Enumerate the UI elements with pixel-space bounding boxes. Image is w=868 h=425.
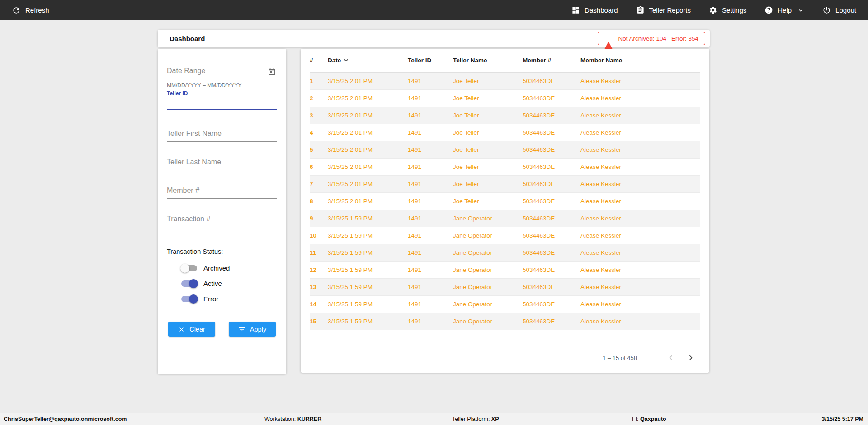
cell-teller-id: 1491 [408,313,453,330]
cell-note [673,141,700,158]
table-row[interactable]: 153/15/25 1:59 PM1491Jane Operator503446… [310,313,700,330]
transaction-number-field[interactable]: Transaction # [167,215,277,227]
calendar-icon[interactable] [268,67,276,76]
column-header-member-name[interactable]: Member Name [580,49,673,72]
cell-member-name: Alease Kessler [580,313,673,330]
not-archived-count: Not Archived: 104 [618,35,666,42]
cell-member-name: Alease Kessler [580,261,673,278]
table-row[interactable]: 63/15/25 2:01 PM1491Joe Teller5034463DEA… [310,158,700,175]
cell-member-number: 5034463DE [523,72,580,89]
clear-button[interactable]: Clear [168,322,215,337]
nav-teller-reports[interactable]: Teller Reports [636,6,691,14]
filter-panel: Date Range MM/DD/YYYY – MM/DD/YYYY Telle… [158,49,286,374]
table-row[interactable]: 33/15/25 2:01 PM1491Joe Teller5034463DEA… [310,107,700,124]
cell-member-number: 5034463DE [523,89,580,107]
nav-help-label: Help [778,6,792,14]
archived-toggle[interactable] [181,265,197,271]
table-row[interactable]: 143/15/25 1:59 PM1491Jane Operator503446… [310,295,700,313]
cell-teller-name: Joe Teller [453,175,523,192]
cell-note [673,124,700,141]
cell-date: 3/15/25 2:01 PM [328,175,408,192]
cell-date: 3/15/25 2:01 PM [328,72,408,89]
cell-member-number: 5034463DE [523,210,580,227]
cell-row-number: 11 [310,244,328,261]
cell-teller-name: Joe Teller [453,141,523,158]
error-toggle[interactable] [181,296,197,302]
error-count: Error: 354 [671,35,698,42]
nav-logout[interactable]: Logout [822,6,856,14]
table-row[interactable]: 103/15/25 1:59 PM1491Jane Operator503446… [310,227,700,244]
warning-icon [604,35,613,42]
cell-note [673,210,700,227]
cell-member-number: 5034463DE [523,313,580,330]
table-row[interactable]: 83/15/25 2:01 PM1491Joe Teller5034463DEA… [310,192,700,210]
cell-member-name: Alease Kessler [580,141,673,158]
apply-button[interactable]: Apply [229,322,276,337]
cell-member-name: Alease Kessler [580,210,673,227]
cell-note [673,192,700,210]
nav-help[interactable]: Help [764,6,804,14]
cell-row-number: 1 [310,72,328,89]
column-header-member-number[interactable]: Member # [523,49,580,72]
member-number-field[interactable]: Member # [167,187,277,199]
table-row[interactable]: 13/15/25 2:01 PM1491Joe Teller5034463DEA… [310,72,700,89]
teller-last-name-field[interactable]: Teller Last Name [167,158,277,170]
teller-first-name-field[interactable]: Teller First Name [167,130,277,142]
cell-row-number: 15 [310,313,328,330]
table-row[interactable]: 113/15/25 1:59 PM1491Jane Operator503446… [310,244,700,261]
cell-member-name: Alease Kessler [580,278,673,295]
cell-member-number: 5034463DE [523,175,580,192]
table-row[interactable]: 133/15/25 1:59 PM1491Jane Operator503446… [310,278,700,295]
cell-teller-id: 1491 [408,295,453,313]
table-row[interactable]: 123/15/25 1:59 PM1491Jane Operator503446… [310,261,700,278]
table-row[interactable]: 43/15/25 2:01 PM1491Joe Teller5034463DEA… [310,124,700,141]
refresh-button[interactable]: Refresh [12,6,49,15]
next-page-button[interactable] [686,353,696,363]
help-icon [764,6,773,14]
column-header-notes [673,49,700,72]
cell-teller-name: Jane Operator [453,278,523,295]
teller-id-label: Teller ID [167,90,277,97]
column-header-date[interactable]: Date [328,49,408,72]
apply-button-label: Apply [250,326,266,333]
table-row[interactable]: 53/15/25 2:01 PM1491Joe Teller5034463DEA… [310,141,700,158]
cell-teller-id: 1491 [408,278,453,295]
close-icon [178,326,185,333]
cell-teller-name: Jane Operator [453,244,523,261]
table-row[interactable]: 73/15/25 2:01 PM1491Joe Teller5034463DEA… [310,175,700,192]
cell-teller-id: 1491 [408,210,453,227]
cell-teller-name: Jane Operator [453,313,523,330]
active-toggle[interactable] [181,280,197,287]
teller-id-focus-underline [167,109,277,110]
teller-id-input[interactable] [167,109,277,110]
cell-teller-id: 1491 [408,72,453,89]
cell-row-number: 6 [310,158,328,175]
table-header-row: # Date Teller ID Teller Name Member # Me… [310,49,700,72]
cell-date: 3/15/25 1:59 PM [328,244,408,261]
column-header-teller-name[interactable]: Teller Name [453,49,523,72]
previous-page-button[interactable] [666,353,676,363]
cell-member-name: Alease Kessler [580,124,673,141]
cell-teller-id: 1491 [408,175,453,192]
date-range-field[interactable]: Date Range [167,67,277,79]
cell-teller-name: Jane Operator [453,295,523,313]
cell-teller-name: Joe Teller [453,192,523,210]
cell-member-name: Alease Kessler [580,89,673,107]
nav-dashboard[interactable]: Dashboard [571,6,618,14]
current-datetime: 3/15/25 5:17 PM [822,413,863,425]
cell-member-number: 5034463DE [523,261,580,278]
cell-teller-id: 1491 [408,192,453,210]
table-row[interactable]: 23/15/25 2:01 PM1491Joe Teller5034463DEA… [310,89,700,107]
cell-teller-id: 1491 [408,141,453,158]
cell-teller-id: 1491 [408,158,453,175]
cell-date: 3/15/25 1:59 PM [328,261,408,278]
column-header-teller-id[interactable]: Teller ID [408,49,453,72]
cell-teller-name: Joe Teller [453,72,523,89]
nav-settings[interactable]: Settings [709,6,746,14]
cell-member-number: 5034463DE [523,192,580,210]
cell-member-name: Alease Kessler [580,175,673,192]
nav-teller-reports-label: Teller Reports [649,6,691,14]
cell-row-number: 3 [310,107,328,124]
table-row[interactable]: 93/15/25 1:59 PM1491Jane Operator5034463… [310,210,700,227]
cell-teller-id: 1491 [408,107,453,124]
